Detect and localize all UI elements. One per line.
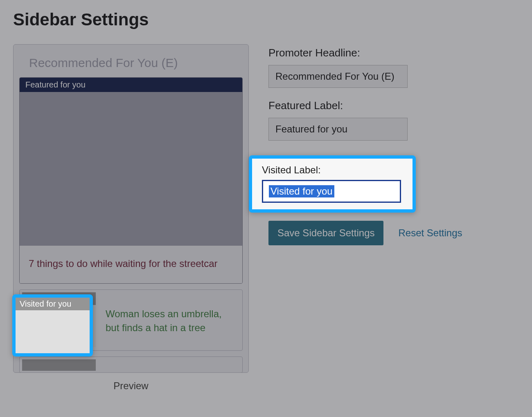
page-title: Sidebar Settings [13,10,519,29]
save-button[interactable]: Save Sidebar Settings [268,221,383,245]
highlight-visited-form: Visited Label: Visited for you [249,155,416,213]
preview-featured-card: Featured for you 7 things to do while wa… [19,77,243,284]
preview-visited-badge: Visited for you [22,292,96,305]
preview-featured-badge: Featured for you [20,78,242,92]
preview-caption: Preview [13,373,249,392]
visited-label-input[interactable]: Visited for you [262,180,401,203]
preview-headline: Recommended For You (E) [14,45,248,77]
settings-form: Promoter Headline: Featured Label: Save … [268,44,498,392]
preview-visited-thumb: Visited for you [22,292,96,347]
preview-visited-card: Visited for you Woman loses an umbrella,… [19,289,243,351]
preview-third-card [19,356,243,373]
featured-label-label: Featured Label: [268,99,498,112]
sidebar-preview-box: Recommended For You (E) Featured for you… [13,44,249,373]
preview-featured-title: 7 things to do while waiting for the str… [20,246,242,283]
visited-label-input-value: Visited for you [269,185,334,197]
reset-link[interactable]: Reset Settings [398,227,462,239]
preview-visited-title: Woman loses an umbrella, but finds a hat… [98,290,242,350]
visited-label-label: Visited Label: [262,164,403,176]
featured-label-input[interactable] [268,118,408,141]
promoter-headline-label: Promoter Headline: [268,47,498,59]
preview-third-thumb [22,359,96,371]
preview-column: Recommended For You (E) Featured for you… [13,44,249,392]
preview-featured-image [20,92,242,246]
promoter-headline-input[interactable] [268,65,408,88]
